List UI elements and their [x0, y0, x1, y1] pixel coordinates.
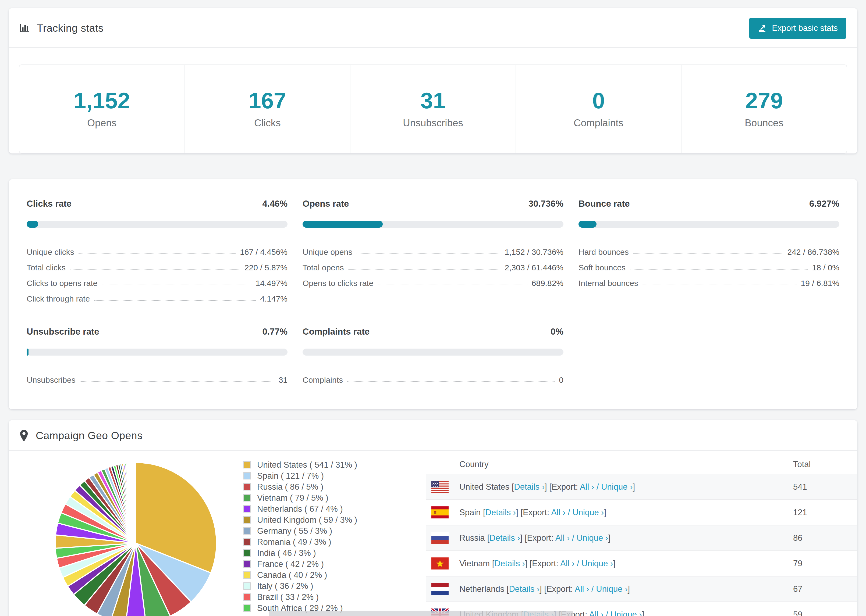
dotted-leader [347, 381, 554, 382]
progress-fill [27, 349, 28, 355]
export-unique-link[interactable]: Unique › [576, 533, 608, 543]
geo-opens-pie-chart [52, 460, 219, 616]
column-header-country: Country [459, 460, 763, 469]
legend-label: India ( 46 / 3% ) [257, 548, 316, 558]
legend-item-canada: Canada ( 40 / 2% ) [243, 569, 417, 580]
export-all-link[interactable]: All › [560, 559, 575, 568]
rate-block-unsubscribe-rate: Unsubscribe rate0.77%Unsubscribes31 [27, 327, 288, 385]
legend-label: United States ( 541 / 31% ) [257, 460, 357, 470]
dotted-leader [633, 253, 783, 254]
stat-card-clicks: 167Clicks [184, 65, 350, 153]
geo-row-spain: Spain [Details ›] [Export: All › / Uniqu… [426, 499, 857, 525]
rate-row-opens-to-clicks-rate: Opens to clicks rate689.82% [302, 272, 564, 288]
legend-swatch [243, 538, 251, 545]
legend-label: Romania ( 49 / 3% ) [257, 537, 331, 547]
rate-title: Opens rate [302, 199, 349, 209]
export-button-label: Export basic stats [772, 24, 838, 33]
export-unique-link[interactable]: Unique › [601, 482, 633, 492]
dashboard-page: Tracking stats Export basic stats 1,152O… [0, 0, 866, 616]
geo-section-title: Campaign Geo Opens [36, 430, 143, 442]
legend-label: Italy ( 36 / 2% ) [257, 581, 313, 591]
legend-swatch [243, 505, 251, 512]
geo-row-united-states: United States [Details ›] [Export: All ›… [426, 474, 857, 499]
country-total: 121 [763, 508, 857, 517]
legend-item-germany: Germany ( 55 / 3% ) [243, 525, 417, 536]
stat-card-bounces: 279Bounces [681, 65, 847, 153]
rates-grid: Clicks rate4.46%Unique clicks167 / 4.456… [27, 199, 839, 385]
rate-value: 0.77% [262, 327, 288, 337]
legend-label: Netherlands ( 67 / 4% ) [257, 504, 343, 514]
stat-label: Bounces [745, 118, 783, 129]
progress-track [27, 221, 288, 228]
details-link[interactable]: Details › [485, 508, 516, 517]
legend-label: Germany ( 55 / 3% ) [257, 526, 332, 536]
legend-label: United Kingdom ( 59 / 3% ) [257, 515, 357, 525]
legend-label: Spain ( 121 / 7% ) [257, 471, 324, 481]
progress-fill [27, 221, 38, 228]
legend-label: Vietnam ( 79 / 5% ) [257, 493, 328, 503]
country-name: Vietnam [459, 559, 490, 568]
legend-swatch [243, 483, 251, 490]
export-unique-link[interactable]: Unique › [581, 559, 613, 568]
country-total: 541 [763, 482, 857, 492]
rate-row-clicks-to-opens-rate: Clicks to opens rate14.497% [27, 272, 288, 288]
legend-swatch [243, 571, 251, 579]
legend-label: Brazil ( 33 / 2% ) [257, 592, 319, 602]
export-all-link[interactable]: All › [555, 533, 570, 543]
dotted-leader [70, 269, 240, 270]
details-link[interactable]: Details › [509, 584, 540, 594]
rate-title: Clicks rate [27, 199, 72, 209]
country-name: United States [459, 482, 509, 492]
export-unique-link[interactable]: Unique › [572, 508, 604, 517]
country-total: 67 [763, 584, 857, 594]
rate-row-complaints: Complaints0 [302, 369, 564, 385]
rates-card: Clicks rate4.46%Unique clicks167 / 4.456… [9, 179, 857, 409]
stat-card-complaints: 0Complaints [516, 65, 681, 153]
legend-swatch [243, 516, 251, 523]
legend-swatch [243, 582, 251, 590]
geo-pie-wrap [27, 455, 243, 616]
geo-opens-table: CountryTotal United States [Details ›] [… [426, 455, 857, 616]
legend-item-brazil: Brazil ( 33 / 2% ) [243, 592, 417, 603]
dotted-leader [79, 253, 236, 254]
column-header-total: Total [763, 460, 857, 469]
export-unique-link[interactable]: Unique › [611, 610, 642, 616]
country-name: Spain [459, 508, 480, 517]
geo-row-vietnam: Vietnam [Details ›] [Export: All › / Uni… [426, 550, 857, 576]
stat-label: Clicks [254, 118, 281, 129]
rate-row-unsubscribes: Unsubscribes31 [27, 369, 288, 385]
export-all-link[interactable]: All › [551, 508, 565, 517]
details-link[interactable]: Details › [494, 559, 525, 568]
legend-swatch [243, 527, 251, 534]
rate-value: 4.46% [262, 199, 288, 209]
legend-swatch [243, 472, 251, 479]
tracking-stats-header: Tracking stats Export basic stats [9, 8, 857, 48]
rate-title: Complaints rate [302, 327, 370, 337]
stat-label: Unsubscribes [403, 118, 463, 129]
legend-item-russia: Russia ( 86 / 5% ) [243, 481, 417, 492]
flag-icon-nl [431, 583, 449, 595]
tracking-stats-title-group: Tracking stats [19, 22, 104, 34]
map-pin-icon [19, 430, 29, 442]
horizontal-scrollbar[interactable] [269, 611, 573, 616]
progress-track [27, 349, 288, 355]
export-unique-link[interactable]: Unique › [596, 584, 627, 594]
stat-card-unsubscribes: 31Unsubscribes [350, 65, 516, 153]
dotted-leader [378, 284, 527, 285]
export-all-link[interactable]: All › [575, 584, 589, 594]
legend-swatch [243, 461, 251, 468]
rate-row-unique-clicks: Unique clicks167 / 4.456% [27, 241, 288, 257]
details-link[interactable]: Details › [490, 533, 520, 543]
bar-chart-icon [19, 23, 30, 34]
export-basic-stats-button[interactable]: Export basic stats [749, 18, 846, 39]
progress-track [578, 221, 839, 228]
geo-row-russia: Russia [Details ›] [Export: All › / Uniq… [426, 525, 857, 550]
legend-swatch [243, 605, 251, 612]
stat-card-opens: 1,152Opens [19, 65, 184, 153]
details-link[interactable]: Details › [514, 482, 545, 492]
geo-content: United States ( 541 / 31% )Spain ( 121 /… [9, 451, 857, 616]
rate-row-total-opens: Total opens2,303 / 61.446% [302, 257, 564, 272]
dotted-leader [80, 381, 274, 382]
export-all-link[interactable]: All › [580, 482, 594, 492]
export-all-link[interactable]: All › [589, 610, 603, 616]
